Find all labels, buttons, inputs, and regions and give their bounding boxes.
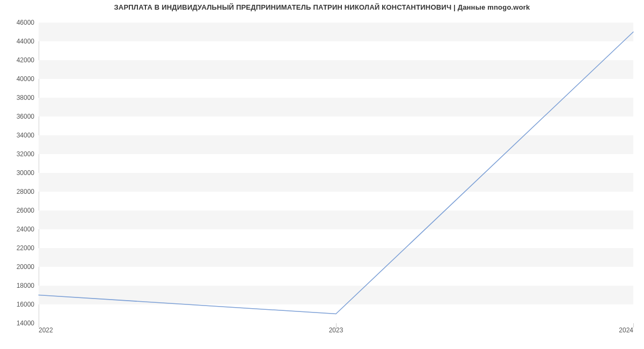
y-tick-label: 32000 [17,150,39,158]
y-tick-label: 30000 [17,169,39,177]
chart-title: ЗАРПЛАТА В ИНДИВИДУАЛЬНЫЙ ПРЕДПРИНИМАТЕЛ… [0,3,644,11]
y-tick-label: 22000 [17,244,39,252]
y-tick-label: 14000 [17,319,39,327]
series-svg [39,23,633,323]
salary-line [39,32,633,314]
plot-inner: 1400016000180002000022000240002600028000… [39,23,633,323]
y-tick-label: 38000 [17,94,39,101]
y-tick-label: 42000 [17,56,39,64]
x-tick-label: 2023 [329,323,343,334]
y-tick-label: 28000 [17,188,39,195]
y-tick-label: 46000 [17,19,39,26]
y-tick-label: 34000 [17,132,39,139]
x-tick-label: 2022 [39,323,53,334]
y-tick-label: 16000 [17,301,39,308]
x-tick-label: 2024 [619,323,633,334]
y-tick-label: 20000 [17,263,39,271]
chart-container: { "chart_data": { "type": "line", "title… [0,0,644,349]
plot-area: 1400016000180002000022000240002600028000… [39,23,633,323]
y-tick-label: 26000 [17,207,39,214]
y-tick-label: 36000 [17,113,39,120]
y-tick-label: 40000 [17,75,39,83]
y-tick-label: 24000 [17,226,39,233]
y-tick-label: 44000 [17,38,39,45]
y-tick-label: 18000 [17,282,39,289]
